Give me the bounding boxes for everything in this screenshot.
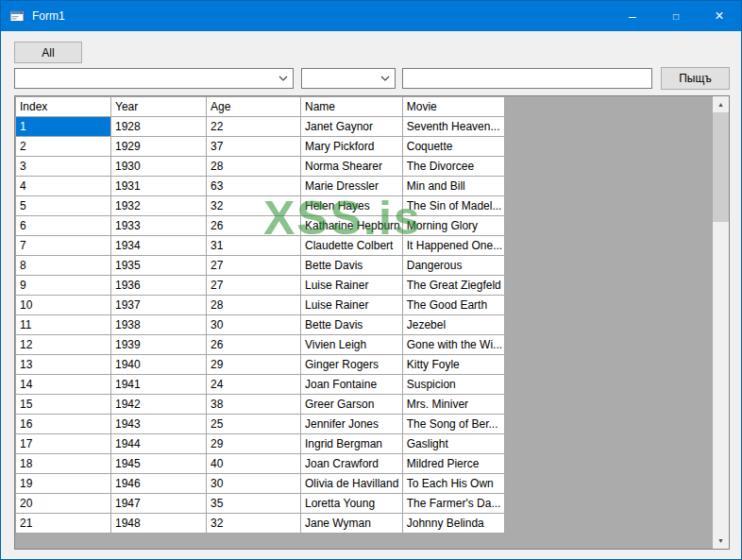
grid-cell[interactable]: 1938 bbox=[111, 315, 207, 335]
grid-cell[interactable]: 1937 bbox=[111, 296, 207, 315]
grid-cell[interactable]: To Each His Own bbox=[402, 474, 504, 494]
grid-cell[interactable]: 14 bbox=[16, 375, 111, 395]
grid-cell[interactable]: Johnny Belinda bbox=[402, 514, 504, 534]
grid-cell[interactable]: 30 bbox=[207, 474, 301, 494]
grid-cell[interactable]: 3 bbox=[16, 157, 111, 177]
search-button[interactable]: Пыщъ bbox=[661, 67, 730, 90]
grid-cell[interactable]: Olivia de Havilland bbox=[301, 474, 403, 494]
grid-cell[interactable]: 16 bbox=[16, 415, 111, 434]
grid-cell[interactable]: The Good Earth bbox=[402, 296, 504, 315]
grid-cell[interactable]: 13 bbox=[16, 355, 111, 375]
grid-cell[interactable]: 9 bbox=[16, 276, 111, 296]
grid-cell[interactable]: The Sin of Madel... bbox=[402, 196, 504, 216]
grid-cell[interactable]: 37 bbox=[207, 137, 301, 157]
grid-cell[interactable]: The Song of Ber... bbox=[402, 415, 504, 434]
grid-cell[interactable]: Norma Shearer bbox=[301, 157, 403, 177]
grid-cell[interactable]: 2 bbox=[16, 137, 111, 157]
grid-cell[interactable]: The Farmer's Da... bbox=[402, 494, 504, 514]
filter-combobox-1[interactable] bbox=[14, 68, 294, 89]
grid-cell[interactable]: 24 bbox=[207, 375, 301, 395]
scroll-down-icon[interactable]: ▼ bbox=[713, 533, 729, 549]
column-header-movie[interactable]: Movie bbox=[402, 97, 504, 117]
grid-cell[interactable]: 1948 bbox=[111, 514, 207, 534]
grid-cell[interactable]: 26 bbox=[207, 216, 301, 236]
grid-cell[interactable]: Claudette Colbert bbox=[301, 236, 403, 256]
grid-cell[interactable]: 1947 bbox=[111, 494, 207, 514]
grid-cell[interactable]: Kitty Foyle bbox=[402, 355, 504, 375]
titlebar[interactable]: Form1 – □ × bbox=[1, 1, 741, 31]
grid-cell[interactable]: 20 bbox=[16, 494, 111, 514]
grid-cell[interactable]: Luise Rainer bbox=[301, 276, 403, 296]
grid-cell[interactable]: 6 bbox=[16, 216, 111, 236]
grid-cell[interactable]: Marie Dressler bbox=[301, 177, 403, 196]
grid-cell[interactable]: Suspicion bbox=[402, 375, 504, 395]
grid-cell[interactable]: Gone with the Wi... bbox=[402, 335, 504, 355]
grid-cell[interactable]: Loretta Young bbox=[301, 494, 403, 514]
grid-cell[interactable]: Jane Wyman bbox=[301, 514, 403, 534]
grid-cell[interactable]: 1929 bbox=[111, 137, 207, 157]
grid-cell[interactable]: 28 bbox=[207, 296, 301, 315]
grid-cell[interactable]: 27 bbox=[207, 276, 301, 296]
grid-cell[interactable]: Mildred Pierce bbox=[402, 454, 504, 474]
grid-cell[interactable]: 19 bbox=[16, 474, 111, 494]
grid-cell[interactable]: The Great Ziegfeld bbox=[402, 276, 504, 296]
grid-cell[interactable]: 32 bbox=[207, 514, 301, 534]
column-header-name[interactable]: Name bbox=[301, 97, 403, 117]
search-input[interactable] bbox=[402, 68, 652, 89]
grid-cell[interactable]: 63 bbox=[207, 177, 301, 196]
grid-cell[interactable]: 22 bbox=[207, 117, 301, 137]
grid-cell[interactable]: 8 bbox=[16, 256, 111, 276]
minimize-button[interactable]: – bbox=[611, 1, 654, 31]
grid-cell[interactable]: 1940 bbox=[111, 355, 207, 375]
grid-cell[interactable]: Mrs. Miniver bbox=[402, 395, 504, 415]
grid-cell[interactable]: Mary Pickford bbox=[301, 137, 403, 157]
grid-cell[interactable]: 1931 bbox=[111, 177, 207, 196]
grid-cell[interactable]: Coquette bbox=[402, 137, 504, 157]
grid-cell[interactable]: Dangerous bbox=[402, 256, 504, 276]
grid-cell[interactable]: 31 bbox=[207, 236, 301, 256]
grid-cell[interactable]: 26 bbox=[207, 335, 301, 355]
all-button[interactable]: All bbox=[14, 42, 82, 63]
grid-cell[interactable]: 7 bbox=[16, 236, 111, 256]
grid-cell[interactable]: 1941 bbox=[111, 375, 207, 395]
grid-cell[interactable]: 1933 bbox=[111, 216, 207, 236]
grid-cell[interactable]: 10 bbox=[16, 296, 111, 315]
grid-cell[interactable]: 15 bbox=[16, 395, 111, 415]
grid-cell[interactable]: 1932 bbox=[111, 196, 207, 216]
grid-cell[interactable]: 1939 bbox=[111, 335, 207, 355]
grid-cell[interactable]: 25 bbox=[207, 415, 301, 434]
grid-cell[interactable]: Helen Hayes bbox=[301, 196, 403, 216]
grid-cell[interactable]: 29 bbox=[207, 434, 301, 454]
grid-cell[interactable]: Janet Gaynor bbox=[301, 117, 403, 137]
grid-cell[interactable]: 11 bbox=[16, 315, 111, 335]
scroll-up-icon[interactable]: ▲ bbox=[713, 96, 729, 112]
grid-cell[interactable]: Vivien Leigh bbox=[301, 335, 403, 355]
grid-cell[interactable]: Ingrid Bergman bbox=[301, 434, 403, 454]
grid-cell[interactable]: Min and Bill bbox=[402, 177, 504, 196]
grid-cell[interactable]: Jennifer Jones bbox=[301, 415, 403, 434]
grid-cell[interactable]: 1934 bbox=[111, 236, 207, 256]
grid-cell[interactable]: Ginger Rogers bbox=[301, 355, 403, 375]
grid-cell[interactable]: 21 bbox=[16, 514, 111, 534]
grid-cell[interactable]: 27 bbox=[207, 256, 301, 276]
grid-cell[interactable]: 4 bbox=[16, 177, 111, 196]
grid-cell[interactable]: 17 bbox=[16, 434, 111, 454]
grid-cell[interactable]: 5 bbox=[16, 196, 111, 216]
grid-cell[interactable]: Bette Davis bbox=[301, 315, 403, 335]
grid-cell[interactable]: Greer Garson bbox=[301, 395, 403, 415]
grid-cell[interactable]: Luise Rainer bbox=[301, 296, 403, 315]
grid-cell[interactable]: Morning Glory bbox=[402, 216, 504, 236]
scrollbar-thumb[interactable] bbox=[713, 112, 729, 222]
grid-cell[interactable]: Joan Crawford bbox=[301, 454, 403, 474]
grid-cell[interactable]: 1930 bbox=[111, 157, 207, 177]
grid-cell[interactable]: The Divorcee bbox=[402, 157, 504, 177]
grid-cell[interactable]: 1935 bbox=[111, 256, 207, 276]
column-header-year[interactable]: Year bbox=[111, 97, 207, 117]
column-header-index[interactable]: Index bbox=[16, 97, 111, 117]
grid-cell[interactable]: Seventh Heaven... bbox=[402, 117, 504, 137]
grid-cell[interactable]: 18 bbox=[16, 454, 111, 474]
grid-cell[interactable]: 1928 bbox=[111, 117, 207, 137]
grid-cell[interactable]: 12 bbox=[16, 335, 111, 355]
grid-cell[interactable]: 35 bbox=[207, 494, 301, 514]
grid-cell[interactable]: Gaslight bbox=[402, 434, 504, 454]
